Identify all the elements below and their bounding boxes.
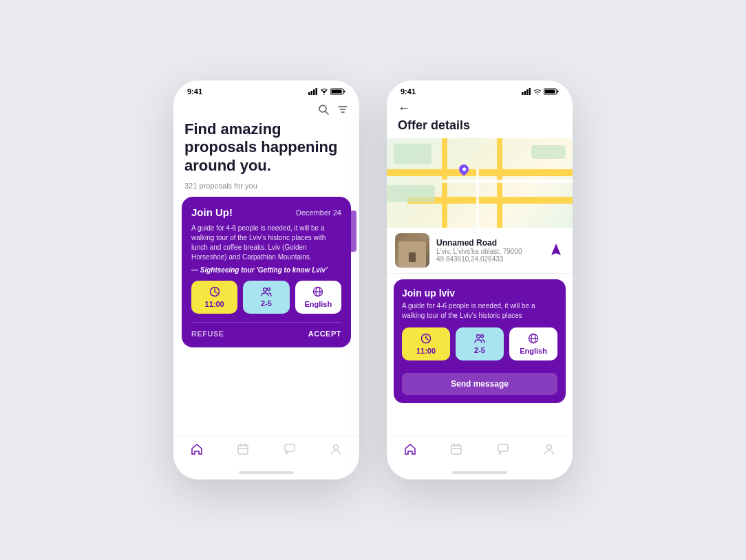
svg-point-4 (323, 94, 325, 95)
home-icon-p2 (403, 442, 417, 456)
road-h3 (442, 180, 573, 183)
home-icon (190, 442, 204, 456)
svg-point-48 (547, 445, 552, 450)
svg-rect-33 (557, 91, 559, 93)
svg-rect-28 (524, 91, 526, 95)
card-side-accent (351, 211, 356, 252)
phone2-content: ← Offer details (387, 98, 573, 435)
svg-rect-3 (316, 88, 318, 95)
navigate-icon[interactable] (548, 242, 564, 259)
status-bar-phone1: 9:41 (173, 80, 359, 98)
location-address: L'viv, L'vivs'ka oblast, 79000 (436, 248, 548, 255)
refuse-button[interactable]: REFUSE (191, 330, 224, 338)
nav-calendar-phone2[interactable] (449, 442, 463, 456)
bottom-nav-phone2 (387, 435, 573, 466)
phone1-heading: Find amazing proposals happening around … (173, 120, 359, 177)
nav-profile-phone2[interactable] (542, 442, 556, 456)
svg-rect-1 (311, 91, 313, 95)
svg-line-9 (326, 111, 328, 114)
road-v1 (442, 138, 447, 228)
status-time-phone2: 9:41 (401, 87, 416, 96)
people-icon (261, 287, 272, 297)
accept-button[interactable]: ACCEPT (308, 330, 341, 338)
globe-icon (312, 286, 323, 297)
svg-point-26 (334, 445, 339, 450)
status-bar-phone2: 9:41 (387, 80, 573, 98)
detail-card: Join up lviv A guide for 4-6 people is n… (394, 279, 566, 403)
phone1-frame: 9:41 (173, 80, 359, 480)
detail-people-icon (474, 334, 485, 343)
svg-rect-29 (526, 89, 529, 95)
svg-line-37 (426, 338, 428, 340)
svg-point-38 (477, 335, 480, 338)
detail-card-desc: A guide for 4-6 people is needed, it wil… (402, 301, 557, 321)
nav-home-phone1[interactable] (190, 442, 204, 456)
nav-messages-phone2[interactable] (496, 442, 510, 456)
building-roof (397, 233, 427, 241)
time-badge: 11:00 (191, 281, 237, 314)
group-badge-label: 2-5 (261, 299, 272, 308)
detail-time-label: 11:00 (416, 347, 436, 355)
language-badge-label: English (304, 300, 332, 308)
group-badge: 2-5 (243, 281, 289, 314)
location-info: Unnamed Road L'viv, L'vivs'ka oblast, 79… (436, 238, 548, 263)
green-area1 (394, 144, 431, 164)
svg-rect-21 (238, 445, 248, 454)
proposals-count: 321 proposals for you (173, 177, 359, 197)
nav-messages-phone1[interactable] (283, 442, 297, 456)
card-description: A guide for 4-6 people is needed, it wil… (191, 224, 341, 262)
wifi-icon-p2 (533, 88, 542, 95)
card-title: Join Up! (191, 206, 233, 218)
language-badge: English (295, 281, 341, 314)
home-indicator-phone1 (173, 466, 359, 480)
nav-calendar-phone1[interactable] (236, 442, 250, 456)
svg-rect-0 (308, 92, 310, 95)
phone2-header: ← Offer details (387, 98, 573, 138)
svg-rect-34 (545, 90, 555, 94)
back-button[interactable]: ← (398, 101, 562, 116)
nav-home-phone2[interactable] (403, 442, 417, 456)
send-message-button[interactable]: Send message (402, 373, 557, 395)
detail-info-badges: 11:00 2-5 (402, 327, 557, 360)
detail-card-title: Join up lviv (402, 288, 557, 299)
road-v2 (497, 138, 502, 228)
status-icons-phone1 (308, 88, 345, 95)
card-header: Join Up! December 24 (191, 206, 341, 218)
nav-profile-phone1[interactable] (329, 442, 343, 456)
main-heading: Find amazing proposals happening around … (184, 120, 348, 175)
detail-globe-icon (528, 333, 539, 344)
profile-icon (329, 442, 343, 456)
search-button[interactable] (318, 104, 329, 115)
map-pin-center (461, 166, 466, 171)
svg-rect-30 (529, 88, 531, 95)
battery-icon-p2 (544, 88, 559, 95)
svg-point-39 (481, 335, 484, 338)
detail-language-badge: English (509, 327, 557, 360)
svg-rect-47 (498, 444, 508, 451)
detail-language-label: English (520, 347, 547, 355)
chat-icon-p2 (496, 442, 510, 456)
card-actions: REFUSE ACCEPT (191, 322, 341, 338)
svg-point-31 (537, 94, 538, 95)
profile-icon-p2 (542, 442, 556, 456)
svg-rect-2 (313, 89, 315, 95)
chat-icon (283, 442, 297, 456)
svg-rect-25 (285, 444, 295, 451)
detail-clock-icon (420, 333, 431, 344)
time-badge-label: 11:00 (205, 300, 224, 308)
detail-group-badge: 2-5 (456, 327, 504, 360)
svg-point-16 (263, 288, 266, 292)
road-h1 (387, 169, 573, 176)
location-image (395, 233, 429, 268)
calendar-icon (236, 442, 250, 456)
map-area (387, 138, 573, 228)
green-area3 (531, 145, 566, 159)
filter-button[interactable] (337, 104, 348, 115)
svg-rect-43 (451, 445, 461, 454)
detail-time-badge: 11:00 (402, 327, 450, 360)
location-card: Unnamed Road L'viv, L'vivs'ka oblast, 79… (387, 228, 573, 274)
phone1-toolbar (173, 104, 359, 120)
road-name: Unnamed Road (436, 238, 548, 248)
status-time-phone1: 9:41 (187, 87, 202, 96)
green-area2 (387, 185, 435, 202)
